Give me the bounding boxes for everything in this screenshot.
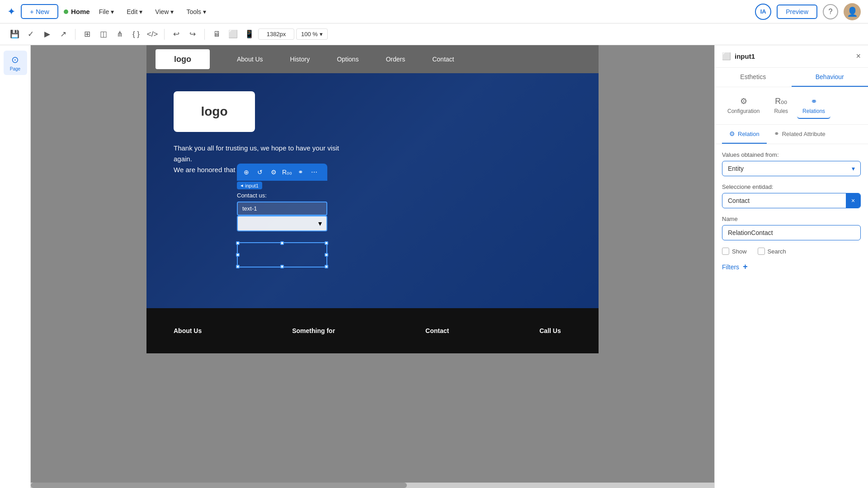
entity-clear-button[interactable]: × xyxy=(846,193,860,208)
undo-icon[interactable]: ↩ xyxy=(169,27,184,42)
play-icon[interactable]: ▶ xyxy=(40,27,54,42)
widget-rules-icon[interactable]: R₀₀ xyxy=(281,166,293,178)
widget-rotate-icon[interactable]: ↺ xyxy=(254,166,266,178)
ia-button[interactable]: IA xyxy=(755,4,771,20)
desktop-icon[interactable]: 🖥 xyxy=(209,27,224,42)
avatar[interactable]: 👤 xyxy=(844,3,861,20)
nav-link-about[interactable]: About Us xyxy=(237,56,263,63)
rel-tab-related-attribute[interactable]: ⚭ Related Attribute xyxy=(767,125,833,144)
help-button[interactable]: ? xyxy=(823,4,838,19)
nav-link-history[interactable]: History xyxy=(290,56,310,63)
tools-menu[interactable]: Tools ▾ xyxy=(183,6,210,17)
footer-col-about: About Us xyxy=(174,327,202,334)
entity-form-group: Seleccione entidad: Contact × xyxy=(722,183,861,208)
hero-logo-box: logo xyxy=(174,91,255,132)
tab-esthetics[interactable]: Esthetics xyxy=(715,68,792,87)
show-checkbox-item: Show xyxy=(722,248,747,255)
nav-link-orders[interactable]: Orders xyxy=(386,56,405,63)
grid-icon[interactable]: ⊞ xyxy=(80,27,94,42)
preview-hero: logo Thank you all for trusting us, we h… xyxy=(146,73,599,308)
tablet-icon[interactable]: ⬜ xyxy=(226,27,240,42)
tree-icon[interactable]: ⋔ xyxy=(113,27,127,42)
name-label: Name xyxy=(722,216,861,222)
nav-link-contact[interactable]: Contact xyxy=(432,56,454,63)
panel-content: Values obtained from: Entity ▾ Seleccion… xyxy=(715,144,868,279)
sub-tab-relations[interactable]: ⚭ Relations xyxy=(797,93,830,119)
canvas-inner: logo About Us History Options Orders Con… xyxy=(31,45,714,353)
hero-logo-text: logo xyxy=(201,104,227,119)
canvas-area[interactable]: logo About Us History Options Orders Con… xyxy=(31,45,714,488)
app-logo-icon: ✦ xyxy=(7,6,15,18)
rel-tab-relation[interactable]: ⚙ Relation xyxy=(722,125,767,144)
top-bar-right: IA Preview ? 👤 xyxy=(755,3,861,20)
nav-logo-text: logo xyxy=(174,55,191,64)
panel-header: ⬜ input1 × xyxy=(715,45,868,68)
widget-more-icon[interactable]: ⋯ xyxy=(308,166,320,178)
widget-label-tag: ◂ input1 xyxy=(237,182,262,189)
footer-col-something: Something for xyxy=(292,327,335,334)
zoom-display[interactable]: 100 % ▾ xyxy=(296,28,328,40)
widget-move-icon[interactable]: ⊕ xyxy=(241,166,252,178)
sub-tab-configuration[interactable]: ⚙ Configuration xyxy=(722,93,765,119)
widget-contact-label: Contact us: xyxy=(237,192,327,199)
related-attr-icon: ⚭ xyxy=(774,130,779,137)
relation-tab-icon: ⚙ xyxy=(729,130,735,137)
left-sidebar: ⊙ Page xyxy=(0,45,31,488)
widget-settings-icon[interactable]: ⚙ xyxy=(268,166,279,178)
layers-icon[interactable]: ◫ xyxy=(96,27,111,42)
top-bar: ✦ + New Home File ▾ Edit ▾ View ▾ Tools … xyxy=(0,0,868,23)
filters-row[interactable]: Filters + xyxy=(722,262,861,272)
panel-title-text: input1 xyxy=(735,52,755,60)
redo-icon[interactable]: ↪ xyxy=(185,27,200,42)
widget-text-input[interactable] xyxy=(237,202,327,216)
edit-menu[interactable]: Edit ▾ xyxy=(123,6,146,17)
nav-link-options[interactable]: Options xyxy=(337,56,359,63)
divider2 xyxy=(164,29,165,40)
values-label: Values obtained from: xyxy=(722,151,861,158)
footer-col-contact: Contact xyxy=(425,327,449,334)
check-icon[interactable]: ✓ xyxy=(24,27,38,42)
canvas-scrollbar[interactable] xyxy=(31,483,714,488)
brackets-icon[interactable]: { } xyxy=(129,27,143,42)
sub-tab-rules[interactable]: R₀₀ Rules xyxy=(769,93,793,119)
hero-content: logo Thank you all for trusting us, we h… xyxy=(174,91,571,290)
rel-tabs: ⚙ Relation ⚭ Related Attribute xyxy=(715,125,868,144)
widget-select[interactable]: ▾ xyxy=(237,216,327,231)
file-menu[interactable]: File ▾ xyxy=(95,6,118,17)
close-panel-button[interactable]: × xyxy=(856,52,861,61)
preview-footer: About Us Something for Contact Call Us xyxy=(146,308,599,353)
widget-area: ⊕ ↺ ⚙ R₀₀ ⚭ ⋯ ◂ input1 Contact us: xyxy=(237,164,327,231)
preview-button[interactable]: Preview xyxy=(777,5,817,19)
widget-form: Contact us: xyxy=(237,192,327,231)
tab-behaviour[interactable]: Behaviour xyxy=(792,68,868,87)
name-input[interactable] xyxy=(722,225,861,240)
widget-link-icon[interactable]: ⚭ xyxy=(295,166,307,178)
scrollbar-thumb xyxy=(31,483,407,488)
values-dropdown-arrow: ▾ xyxy=(852,165,855,172)
view-menu[interactable]: View ▾ xyxy=(151,6,177,17)
checkbox-row: Show Search xyxy=(722,248,861,255)
right-panel: ⬜ input1 × Esthetics Behaviour ⚙ Configu… xyxy=(714,45,868,488)
new-button[interactable]: + New xyxy=(21,4,58,19)
footer-col-callus: Call Us xyxy=(539,327,561,334)
entity-input-wrapper: Contact × xyxy=(722,193,861,208)
sidebar-item-page[interactable]: ⊙ Page xyxy=(4,51,27,75)
search-checkbox-item: Search xyxy=(758,248,786,255)
nav-logo-box: logo xyxy=(156,49,210,69)
search-checkbox[interactable] xyxy=(758,248,765,255)
filters-add-button[interactable]: + xyxy=(743,262,748,272)
mobile-icon[interactable]: 📱 xyxy=(242,27,256,42)
share-icon[interactable]: ↗ xyxy=(56,27,71,42)
website-preview: logo About Us History Options Orders Con… xyxy=(146,45,599,353)
sub-tabs: ⚙ Configuration R₀₀ Rules ⚭ Relations xyxy=(715,87,868,125)
input-icon: ⬜ xyxy=(722,52,731,61)
code-icon[interactable]: </> xyxy=(145,27,160,42)
save-icon[interactable]: 💾 xyxy=(7,27,22,42)
show-checkbox[interactable] xyxy=(722,248,729,255)
home-status-dot xyxy=(64,9,68,14)
values-dropdown[interactable]: Entity ▾ xyxy=(722,161,861,176)
divider3 xyxy=(204,29,205,40)
entity-label: Seleccione entidad: xyxy=(722,183,861,190)
relations-icon: ⚭ xyxy=(811,96,817,106)
page-icon: ⊙ xyxy=(11,54,19,65)
